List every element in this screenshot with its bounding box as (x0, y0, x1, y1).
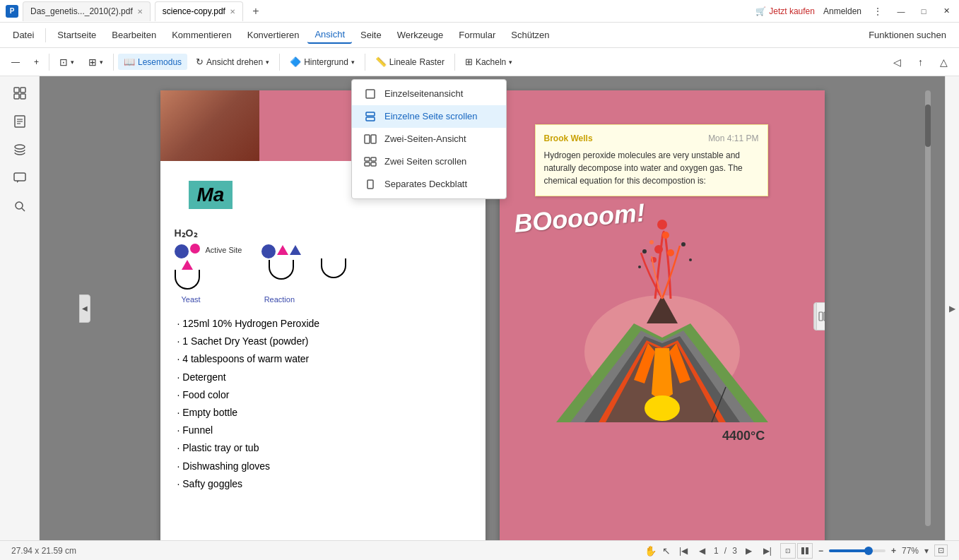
molecule-2 (261, 244, 301, 280)
tab-1[interactable]: Das_genetis..._2010(2).pdf ✕ (23, 1, 151, 21)
read-mode-button[interactable]: 📖 Lesemodus (118, 54, 187, 70)
nav-next-button[interactable]: ▶ (743, 546, 755, 556)
menu-werkzeuge[interactable]: Werkzeuge (390, 27, 451, 43)
svg-point-20 (16, 202, 23, 209)
volcano-area: BOoooom! (500, 182, 825, 451)
ingredient-3: · Detergent (177, 369, 469, 386)
nav-last-button[interactable]: ▶| (760, 546, 775, 556)
dropdown-two-page[interactable]: Zwei-Seiten-Ansicht (352, 128, 506, 150)
nav-first-button[interactable]: |◀ (676, 546, 690, 556)
toolbar-minus[interactable]: — (6, 54, 25, 70)
svg-rect-12 (14, 94, 19, 99)
zoom-out-button[interactable]: − (818, 546, 823, 556)
toolbar-plus[interactable]: + (28, 54, 45, 70)
svg-rect-13 (20, 94, 25, 99)
zoom-dropdown-button[interactable]: ▾ (924, 546, 929, 556)
buy-button[interactable]: 🛒 Jetzt kaufen (755, 6, 815, 16)
fit-page-button[interactable]: ⊡ ▾ (54, 54, 80, 71)
sidebar-icon-search[interactable] (8, 195, 31, 218)
tb-sep-2 (113, 54, 114, 71)
tb-sep-3 (279, 54, 280, 71)
cart-icon: 🛒 (755, 6, 766, 16)
close-button[interactable]: ✕ (939, 4, 953, 18)
rulers-button[interactable]: 📏 Lineale Raster (370, 54, 450, 70)
dropdown-single-page[interactable]: Einzelseitenansicht (352, 83, 506, 105)
menu-bearbeiten[interactable]: Bearbeiten (105, 27, 163, 43)
svg-rect-9 (367, 180, 373, 189)
svg-point-29 (649, 240, 654, 244)
page-separator: / (724, 546, 726, 556)
ingredients-section: · 125ml 10% Hydrogen Peroxide · 1 Sachet… (160, 315, 486, 513)
status-bar: 27.94 x 21.59 cm ✋ ↖ |◀ ◀ 1 / 3 ▶ ▶| ⊡ −… (0, 540, 959, 560)
hand-tool-icon[interactable]: ✋ (645, 545, 657, 556)
minimize-button[interactable]: — (894, 4, 908, 18)
tab-2-close[interactable]: ✕ (230, 8, 235, 16)
arrow-up-button[interactable]: △ (934, 54, 953, 71)
tb-sep-5 (454, 54, 455, 71)
slider-thumb[interactable] (864, 547, 873, 555)
menu-seite[interactable]: Seite (353, 27, 389, 43)
svg-point-32 (689, 258, 692, 261)
send-button[interactable]: ◁ (888, 54, 907, 71)
rotate-view-button[interactable]: ↻ Ansicht drehen ▾ (190, 54, 275, 70)
buy-label: Jetzt kaufen (769, 6, 815, 16)
ingredient-6: · Funnel (177, 422, 469, 439)
scrollbar-thumb[interactable] (925, 105, 931, 147)
dropdown-single-scroll[interactable]: Einzelne Seite scrollen (352, 105, 506, 128)
kacheln-button[interactable]: ⊞ Kacheln ▾ (459, 54, 518, 70)
fit-page-status-button[interactable]: ⊡ (934, 544, 948, 556)
background-label: Hintergrund (304, 57, 348, 67)
sidebar-icon-comment[interactable] (8, 167, 31, 189)
maximize-button[interactable]: □ (917, 4, 931, 18)
add-tab-button[interactable]: + (247, 3, 264, 20)
dropdown-cover[interactable]: Separates Deckblatt (352, 173, 506, 196)
molecule-1 (175, 244, 200, 290)
nav-prev-button[interactable]: ◀ (696, 546, 708, 556)
top-left-image (160, 90, 259, 161)
annotation-text: Hydrogen peroxide molecules are very uns… (544, 149, 759, 187)
svg-text:4400°C: 4400°C (722, 429, 765, 443)
select-tool-icon[interactable]: ↖ (662, 545, 671, 556)
menu-startseite[interactable]: Startseite (50, 27, 103, 43)
tab-2[interactable]: science-copy.pdf ✕ (155, 1, 243, 21)
page-view-button[interactable]: ⊞ ▾ Einzelseitenansicht Einzelne Seite s… (83, 54, 109, 71)
svg-line-21 (22, 208, 25, 211)
menu-funktionen[interactable]: Funktionen suchen (861, 27, 953, 43)
sidebar-icon-bookmark[interactable] (8, 110, 31, 133)
single-scroll-icon (363, 111, 377, 122)
zoom-in-button[interactable]: + (891, 546, 896, 556)
svg-point-24 (654, 245, 663, 254)
share-button[interactable]: ↑ (912, 54, 929, 71)
menu-konvertieren[interactable]: Konvertieren (240, 27, 307, 43)
login-button[interactable]: Anmelden (823, 6, 861, 16)
pv-icon-2[interactable] (797, 543, 813, 559)
page-title: Ma (189, 181, 233, 209)
pv-icon-1[interactable]: ⊡ (780, 543, 796, 559)
tab-1-label: Das_genetis..._2010(2).pdf (30, 6, 133, 16)
menu-schuetzen[interactable]: Schützen (504, 27, 556, 43)
dropdown-two-scroll[interactable]: Zwei Seiten scrollen (352, 150, 506, 173)
right-sidebar-arrow[interactable]: ▶ (949, 304, 955, 314)
more-options-button[interactable]: ⋮ (870, 6, 886, 17)
svg-rect-11 (20, 88, 25, 93)
background-button[interactable]: 🔷 Hintergrund ▾ (284, 54, 360, 70)
diagram-labels: Yeast Reaction (182, 295, 486, 304)
svg-rect-1 (366, 112, 375, 116)
zoom-slider[interactable] (829, 549, 886, 552)
menu-bar: Datei Startseite Bearbeiten Kommentieren… (0, 23, 959, 48)
menu-formular[interactable]: Formular (452, 27, 502, 43)
annotation-author: Brook Wells (544, 133, 593, 143)
cover-icon (363, 179, 377, 190)
menu-datei[interactable]: Datei (6, 27, 41, 43)
tab-1-close[interactable]: ✕ (137, 8, 143, 16)
menu-kommentieren[interactable]: Kommentieren (165, 27, 239, 43)
share-icon: ↑ (918, 56, 923, 68)
panel-toggle-right[interactable] (816, 302, 825, 330)
svg-rect-7 (365, 162, 370, 166)
sidebar-icon-layers[interactable] (8, 138, 31, 161)
menu-ansicht[interactable]: Ansicht (307, 26, 352, 44)
title-bar-left: P Das_genetis..._2010(2).pdf ✕ science-c… (6, 1, 264, 21)
vertical-scrollbar[interactable] (925, 90, 931, 526)
left-collapse-button[interactable]: ◀ (79, 294, 90, 323)
sidebar-icon-thumbnail[interactable] (8, 82, 31, 105)
